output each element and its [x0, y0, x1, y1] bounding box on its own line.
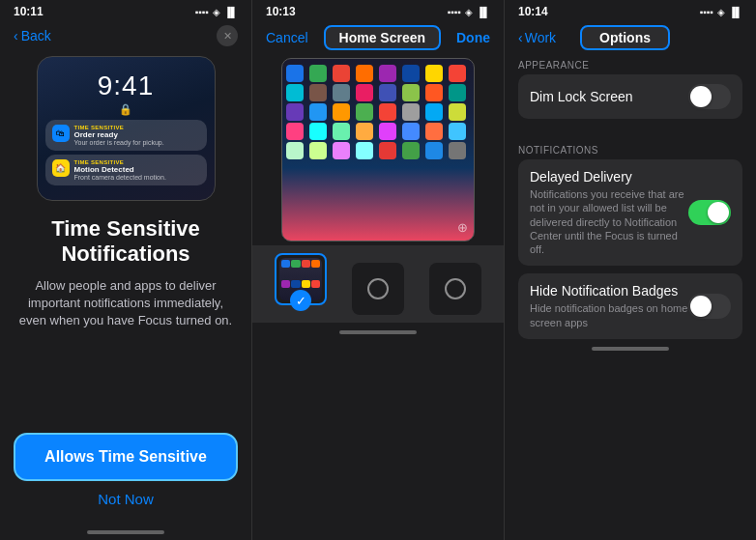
app-icon — [379, 84, 396, 101]
app-icon — [286, 142, 304, 159]
magnifier-icon: ⊕ — [457, 220, 468, 235]
divider-1 — [505, 130, 756, 131]
delayed-delivery-row[interactable]: Delayed Delivery Notifications you recei… — [518, 159, 742, 266]
panel-home-screen: 10:13 ▪▪▪▪ ◈ ▐▌ Cancel Home Screen Done — [252, 0, 505, 540]
app-icon — [309, 142, 327, 159]
panel-time-sensitive: 10:11 ▪▪▪▪ ◈ ▐▌ ‹ Back ✕ 9:41 🔒 🛍 TIME S… — [0, 0, 252, 540]
dim-lock-screen-toggle[interactable] — [688, 84, 731, 109]
not-now-button[interactable]: Not Now — [14, 481, 238, 517]
chevron-left-icon-3: ‹ — [518, 30, 523, 45]
app-icon — [425, 65, 443, 82]
done-button[interactable]: Done — [456, 30, 490, 45]
app-icon — [402, 142, 420, 159]
app-icon — [449, 103, 466, 121]
check-empty-2 — [367, 278, 389, 299]
app-icon — [309, 65, 327, 82]
panel-options: 10:14 ▪▪▪▪ ◈ ▐▌ ‹ Work Options APPEARANC… — [505, 0, 756, 540]
allows-time-sensitive-button[interactable]: Allows Time Sensitive — [14, 433, 238, 481]
app-icon — [356, 123, 373, 140]
back-button[interactable]: ‹ Back — [14, 28, 51, 43]
status-time-2: 10:13 — [266, 5, 296, 18]
app-icon — [402, 84, 420, 101]
close-icon: ✕ — [223, 30, 232, 43]
options-tab[interactable]: Options — [580, 25, 670, 50]
wifi-icon-2: ◈ — [465, 7, 473, 17]
app-icon — [425, 123, 443, 140]
cancel-button[interactable]: Cancel — [266, 30, 308, 45]
selection-thumb-1[interactable]: ✓ — [275, 253, 327, 305]
p3-nav: ‹ Work Options — [505, 21, 756, 54]
p1-main-body: Allow people and apps to deliver importa… — [17, 277, 234, 330]
app-icon — [356, 65, 373, 82]
dim-lock-screen-row[interactable]: Dim Lock Screen — [518, 74, 742, 119]
signal-icon: ▪▪▪▪ — [195, 7, 209, 17]
hide-badges-row[interactable]: Hide Notification Badges Hide notificati… — [518, 273, 742, 339]
notification-card-1: 🛍 TIME SENSITIVE Order ready Your order … — [45, 120, 207, 151]
selection-thumb-2[interactable] — [352, 263, 404, 315]
ls-padlock-icon: 🔒 — [38, 103, 215, 116]
status-icons-1: ▪▪▪▪ ◈ ▐▌ — [195, 7, 238, 17]
app-icon — [286, 84, 304, 101]
app-icon — [333, 84, 350, 101]
chevron-left-icon: ‹ — [14, 28, 18, 43]
work-back-button[interactable]: ‹ Work — [518, 30, 556, 45]
app-icon — [286, 103, 304, 121]
check-filled-1: ✓ — [290, 290, 311, 311]
signal-icon-2: ▪▪▪▪ — [448, 7, 461, 17]
close-button[interactable]: ✕ — [217, 25, 238, 46]
status-time-3: 10:14 — [518, 5, 548, 18]
selection-row: ✓ — [252, 245, 504, 323]
app-icon — [379, 142, 396, 159]
app-icon — [356, 103, 373, 121]
status-time-1: 10:11 — [14, 5, 44, 18]
app-icon — [356, 142, 373, 159]
app-icon — [333, 103, 350, 121]
home-screen-preview: ⊕ — [281, 58, 475, 242]
p2-nav-title: Home Screen — [324, 25, 441, 50]
app-icon — [379, 103, 396, 121]
app-icon — [449, 84, 466, 101]
app-icon — [333, 65, 350, 82]
battery-icon: ▐▌ — [224, 7, 238, 17]
toggle-thumb-badges — [690, 296, 712, 317]
delayed-delivery-toggle[interactable] — [688, 200, 731, 225]
appearance-section: APPEARANCE Dim Lock Screen — [505, 54, 756, 123]
app-icon — [402, 103, 420, 121]
status-bar-3: 10:14 ▪▪▪▪ ◈ ▐▌ — [505, 0, 756, 21]
app-icon — [449, 123, 466, 140]
hide-badges-toggle[interactable] — [688, 294, 731, 319]
app-icon — [402, 65, 420, 82]
status-icons-3: ▪▪▪▪ ◈ ▐▌ — [700, 7, 742, 17]
selection-thumb-3[interactable] — [429, 263, 481, 315]
notif-title-2: Motion Detected — [74, 165, 200, 174]
back-label: Back — [21, 28, 51, 43]
check-empty-3 — [445, 278, 466, 299]
delayed-delivery-label: Delayed Delivery — [530, 169, 688, 185]
p2-nav: Cancel Home Screen Done — [252, 21, 504, 54]
toggle-thumb-delayed — [708, 202, 729, 223]
app-icon — [333, 123, 350, 140]
delayed-delivery-text: Delayed Delivery Notifications you recei… — [530, 169, 688, 256]
notification-card-2: 🏠 TIME SENSITIVE Motion Detected Front c… — [45, 155, 207, 185]
notif-title-1: Order ready — [74, 130, 200, 139]
status-icons-2: ▪▪▪▪ ◈ ▐▌ — [448, 7, 490, 17]
lock-screen-preview: 9:41 🔒 🛍 TIME SENSITIVE Order ready Your… — [37, 56, 216, 201]
app-icon — [449, 142, 466, 159]
app-icon — [379, 65, 396, 82]
app-icon — [425, 84, 443, 101]
app-icon — [309, 123, 327, 140]
battery-icon-2: ▐▌ — [477, 7, 490, 17]
p1-content: Time SensitiveNotifications Allow people… — [0, 207, 251, 425]
notif-icon-2: 🏠 — [52, 159, 70, 177]
work-back-label: Work — [525, 30, 556, 45]
app-icon — [309, 103, 327, 121]
app-icon — [449, 65, 466, 82]
p1-nav: ‹ Back ✕ — [0, 21, 251, 50]
ls-time: 9:41 — [38, 71, 215, 101]
hide-badges-label: Hide Notification Badges — [530, 283, 688, 298]
app-icon — [333, 142, 350, 159]
hide-badges-sublabel: Hide notification badges on home screen … — [530, 301, 688, 329]
hide-badges-text: Hide Notification Badges Hide notificati… — [530, 283, 688, 329]
notif-body-2: Front camera detected motion. — [74, 174, 200, 181]
notif-body-1: Your order is ready for pickup. — [74, 139, 200, 146]
